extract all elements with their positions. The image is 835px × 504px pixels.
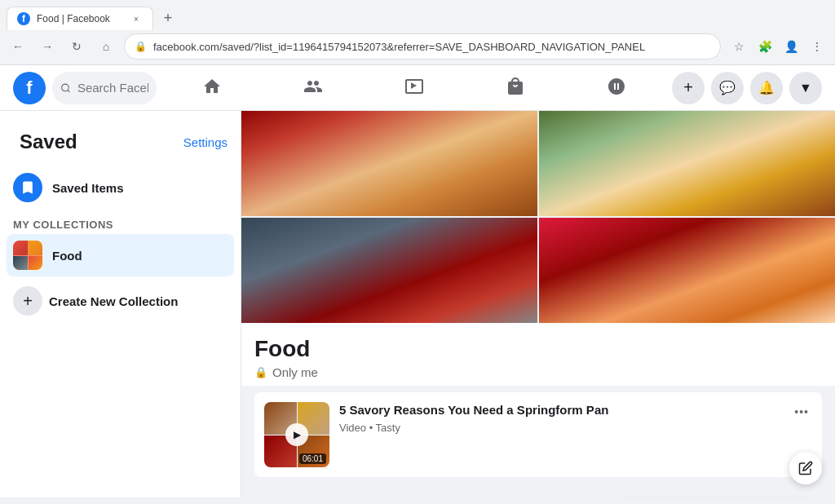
create-collection-label: Create New Collection — [49, 294, 178, 308]
search-icon — [60, 82, 71, 95]
nav-friends[interactable] — [264, 69, 362, 108]
food-collection-item[interactable]: Food — [7, 234, 234, 276]
lock-icon: 🔒 — [135, 41, 147, 52]
post-more-button[interactable]: ••• — [791, 402, 812, 422]
post-meta: Video • Tasty — [339, 422, 781, 434]
sidebar: Saved Settings Saved Items My Collection… — [0, 111, 241, 497]
food-info: Food 🔒 Only me — [241, 323, 835, 386]
search-input[interactable] — [77, 81, 148, 95]
new-tab-button[interactable]: + — [157, 7, 179, 30]
food-image-tomatoes — [539, 218, 835, 323]
account-button[interactable]: ▼ — [789, 72, 822, 104]
content-area: Food 🔒 Only me ▶ 06:01 5 Savory Reasons … — [241, 111, 835, 497]
food-images-grid — [241, 111, 835, 323]
food-privacy: 🔒 Only me — [254, 365, 822, 379]
profile-button[interactable]: 👤 — [780, 35, 802, 58]
saved-items-icon — [13, 173, 42, 202]
address-text: facebook.com/saved/?list_id=119641579415… — [153, 41, 710, 53]
post-thumbnail: ▶ 06:01 — [264, 402, 329, 467]
active-tab[interactable]: f Food | Facebook × — [7, 7, 153, 30]
food-image-pasta — [241, 111, 537, 216]
header-actions: + 💬 🔔 ▼ — [672, 72, 822, 104]
back-button[interactable]: ← — [7, 35, 29, 58]
tab-close-btn[interactable]: × — [130, 12, 143, 25]
extensions-button[interactable]: 🧩 — [753, 35, 776, 58]
tab-favicon: f — [17, 12, 30, 25]
address-bar-row: ← → ↻ ⌂ 🔒 facebook.com/saved/?list_id=11… — [0, 30, 835, 64]
post-info: 5 Savory Reasons You Need a Springform P… — [339, 402, 781, 434]
svg-point-0 — [62, 84, 69, 91]
tab-bar: f Food | Facebook × + — [0, 0, 835, 30]
saved-post-item: ▶ 06:01 5 Savory Reasons You Need a Spri… — [254, 392, 822, 477]
nav-home[interactable] — [163, 69, 261, 108]
create-collection-button[interactable]: + Create New Collection — [7, 280, 234, 322]
plus-icon: + — [13, 286, 42, 316]
facebook-logo[interactable]: f — [13, 72, 46, 104]
food-image-snacks — [241, 218, 537, 323]
my-collections-label: My Collections — [7, 212, 234, 234]
edit-fab[interactable] — [789, 452, 822, 484]
sidebar-title: Saved — [13, 124, 84, 160]
food-collection-name: Food — [52, 249, 82, 263]
food-collection-title: Food — [254, 336, 822, 362]
more-options-button[interactable]: ⋮ — [806, 35, 828, 58]
main-layout: Saved Settings Saved Items My Collection… — [0, 111, 835, 497]
search-box[interactable] — [52, 72, 157, 104]
facebook-nav — [163, 69, 665, 108]
tab-title: Food | Facebook — [37, 13, 123, 24]
food-image-pizza — [539, 111, 835, 216]
nav-groups[interactable] — [568, 69, 665, 108]
facebook-header: f + 💬 🔔 ▼ — [0, 65, 835, 111]
privacy-label: Only me — [272, 365, 318, 379]
food-collection-thumbnail — [13, 241, 42, 270]
sidebar-header: Saved Settings — [7, 121, 234, 166]
saved-items-item[interactable]: Saved Items — [7, 166, 234, 209]
reload-button[interactable]: ↻ — [65, 35, 88, 58]
address-bar[interactable]: 🔒 facebook.com/saved/?list_id=1196415794… — [124, 33, 721, 60]
bookmark-star-button[interactable]: ☆ — [727, 35, 750, 58]
browser-actions: ☆ 🧩 👤 ⋮ — [727, 35, 828, 58]
add-button[interactable]: + — [672, 72, 705, 104]
home-button[interactable]: ⌂ — [95, 35, 117, 58]
play-overlay: ▶ — [285, 423, 308, 446]
post-title: 5 Savory Reasons You Need a Springform P… — [339, 402, 781, 418]
settings-link[interactable]: Settings — [183, 135, 228, 149]
saved-items-label: Saved Items — [52, 181, 124, 195]
nav-marketplace[interactable] — [466, 69, 564, 108]
forward-button[interactable]: → — [36, 35, 59, 58]
privacy-lock-icon: 🔒 — [254, 366, 267, 378]
browser-chrome: f Food | Facebook × + ← → ↻ ⌂ 🔒 facebook… — [0, 0, 835, 65]
notifications-button[interactable]: 🔔 — [750, 72, 783, 104]
messenger-button[interactable]: 💬 — [711, 72, 744, 104]
duration-badge: 06:01 — [299, 453, 326, 464]
nav-watch[interactable] — [365, 69, 463, 108]
